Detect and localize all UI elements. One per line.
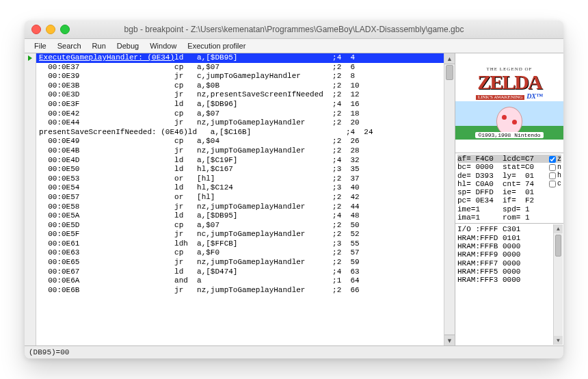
disasm-line[interactable]: 00:0E42 cp a,$07 ;2 18 xyxy=(36,109,444,119)
memory-row[interactable]: HRAM:FFF5 0000 xyxy=(457,267,561,276)
disasm-label-line[interactable]: presentSaveScreenIfNeeded: (0E46)ld a,[$… xyxy=(36,128,444,138)
disasm-line[interactable]: 00:0E39 jr c,jumpToGameplayHandler ;2 8 xyxy=(36,72,444,81)
disasm-line[interactable]: 00:0E3F ld a,[$DB96] ;4 16 xyxy=(36,100,444,109)
disasm-line[interactable]: 00:0E37 cp a,$07 ;2 6 xyxy=(36,63,444,73)
disasm-line[interactable]: 00:0E58 jr nz,jumpToGameplayHandler ;2 4… xyxy=(36,202,444,212)
disasm-line[interactable]: 00:0E6B jr nz,jumpToGameplayHandler ;2 6… xyxy=(36,286,444,296)
disasm-line[interactable]: 00:0E50 ld hl,$C167 ;3 35 xyxy=(36,165,444,174)
memory-row[interactable]: HRAM:FFFB 0000 xyxy=(457,242,561,250)
register-row[interactable]: hl= C0A0 cnt= 74 xyxy=(457,180,561,188)
disasm-line[interactable]: 00:0E3D jr nz,presentSaveScreenIfNeeded … xyxy=(36,90,444,100)
disasm-line[interactable]: 00:0E3B cp a,$0B ;2 10 xyxy=(36,81,444,91)
scroll-up-button[interactable]: ▲ xyxy=(554,224,563,233)
register-row[interactable]: pc= 0E34 if= F2 xyxy=(457,196,561,205)
scroll-down-button[interactable]: ▼ xyxy=(444,335,455,345)
memory-row[interactable]: HRAM:FFF7 0000 xyxy=(457,259,561,267)
disasm-line[interactable]: 00:0E5F jr nc,jumpToGameplayHandler ;2 5… xyxy=(36,230,444,239)
game-title: ZELDA xyxy=(476,72,543,92)
minimize-icon[interactable] xyxy=(46,25,55,34)
disasm-line[interactable]: 00:0E65 jr nz,jumpToGameplayHandler ;2 5… xyxy=(36,258,444,267)
disasm-line[interactable]: 00:0E57 or [hl] ;2 42 xyxy=(36,193,444,202)
zoom-icon[interactable] xyxy=(60,25,70,34)
scroll-thumb[interactable] xyxy=(555,235,561,257)
game-preview: THE LEGEND OF ZELDA LINK'S AWAKENING DX™… xyxy=(455,53,563,153)
statusbar: (DB95)=00 xyxy=(25,345,563,358)
disassembly-panel: ExecuteGameplayHandler: (0E34)ld a,[$DB9… xyxy=(25,53,455,345)
disasm-line[interactable]: 00:0E54 ld hl,$C124 ;3 40 xyxy=(36,183,444,193)
game-dx: DX™ xyxy=(526,92,543,100)
memory-panel[interactable]: I/O :FFFF C301HRAM:FFFD 0101HRAM:FFFB 00… xyxy=(455,224,563,345)
menu-run[interactable]: Run xyxy=(87,40,111,51)
disasm-line[interactable]: 00:0E44 jr nz,jumpToGameplayHandler ;2 2… xyxy=(36,118,444,128)
window: bgb - breakpoint - Z:\Users\kemenatan\Pr… xyxy=(25,21,563,358)
window-title: bgb - breakpoint - Z:\Users\kemenatan\Pr… xyxy=(25,25,563,34)
close-icon[interactable] xyxy=(31,25,41,34)
game-copyright: ©1993,1998 Nintendo xyxy=(475,132,543,138)
register-row[interactable]: af= F4C0 lcdc=C7 xyxy=(457,155,561,163)
disasm-line[interactable]: 00:0E53 or [hl] ;2 37 xyxy=(36,174,444,184)
register-row[interactable]: ime=1 spd= 1 xyxy=(457,205,561,213)
disasm-line[interactable]: 00:0E4D ld a,[$C19F] ;4 32 xyxy=(36,156,444,166)
flag-z-checkbox[interactable]: z xyxy=(549,155,561,163)
flags-checkboxes: znhc xyxy=(549,155,561,187)
flag-h-checkbox[interactable]: h xyxy=(549,172,561,179)
disasm-line[interactable]: 00:0E6A and a ;1 64 xyxy=(36,276,444,286)
disasm-line[interactable]: 00:0E63 cp a,$F0 ;2 57 xyxy=(36,248,444,258)
disasm-line[interactable]: 00:0E5A ld a,[$DB95] ;4 48 xyxy=(36,211,444,221)
scroll-down-button[interactable]: ▼ xyxy=(554,336,563,345)
titlebar: bgb - breakpoint - Z:\Users\kemenatan\Pr… xyxy=(25,21,563,39)
register-row[interactable]: bc= 0000 stat=C0 xyxy=(457,163,561,171)
register-row[interactable]: de= D393 ly= 01 xyxy=(457,172,561,180)
disasm-line[interactable]: 00:0E4B jr nz,jumpToGameplayHandler ;2 2… xyxy=(36,146,444,156)
disasm-label-line[interactable]: ExecuteGameplayHandler: (0E34)ld a,[$DB9… xyxy=(36,53,444,63)
menu-debug[interactable]: Debug xyxy=(111,40,144,51)
disasm-line[interactable]: 00:0E61 ldh a,[$FFCB] ;3 55 xyxy=(36,239,444,249)
menu-file[interactable]: File xyxy=(29,40,52,51)
memory-row[interactable]: HRAM:FFF3 0000 xyxy=(457,276,561,284)
scroll-up-button[interactable]: ▲ xyxy=(444,53,455,64)
game-subtitle: LINK'S AWAKENING xyxy=(476,95,524,100)
memory-row[interactable]: HRAM:FFFD 0101 xyxy=(457,234,561,242)
breakpoint-arrow-icon xyxy=(28,55,32,61)
menu-window[interactable]: Window xyxy=(144,40,182,51)
egg-icon xyxy=(496,107,522,135)
flag-c-checkbox[interactable]: c xyxy=(549,180,561,187)
disasm-line[interactable]: 00:0E49 cp a,$04 ;2 26 xyxy=(36,137,444,146)
memory-row[interactable]: HRAM:FFF9 0000 xyxy=(457,250,561,259)
disasm-line[interactable]: 00:0E67 ld a,[$D474] ;4 63 xyxy=(36,267,444,277)
disassembly-listing[interactable]: ExecuteGameplayHandler: (0E34)ld a,[$DB9… xyxy=(36,53,444,345)
register-row[interactable]: ima=1 rom= 1 xyxy=(457,213,561,222)
flag-n-checkbox[interactable]: n xyxy=(549,164,561,171)
register-row[interactable]: sp= DFFD ie= 01 xyxy=(457,188,561,196)
menu-search[interactable]: Search xyxy=(52,40,87,51)
status-text: (DB95)=00 xyxy=(29,348,69,356)
disasm-line[interactable]: 00:0E5D cp a,$07 ;2 50 xyxy=(36,221,444,231)
disassembly-scrollbar[interactable]: ▲ ▼ xyxy=(444,53,455,345)
breakpoint-gutter[interactable] xyxy=(25,53,36,345)
menubar: FileSearchRunDebugWindowExecution profil… xyxy=(25,39,563,53)
scroll-thumb[interactable] xyxy=(446,65,453,80)
menu-execution-profiler[interactable]: Execution profiler xyxy=(182,40,251,51)
registers-panel[interactable]: af= F4C0 lcdc=C7bc= 0000 stat=C0de= D393… xyxy=(455,153,563,224)
memory-scrollbar[interactable]: ▲ ▼ xyxy=(553,224,563,345)
memory-row[interactable]: I/O :FFFF C301 xyxy=(457,225,561,233)
